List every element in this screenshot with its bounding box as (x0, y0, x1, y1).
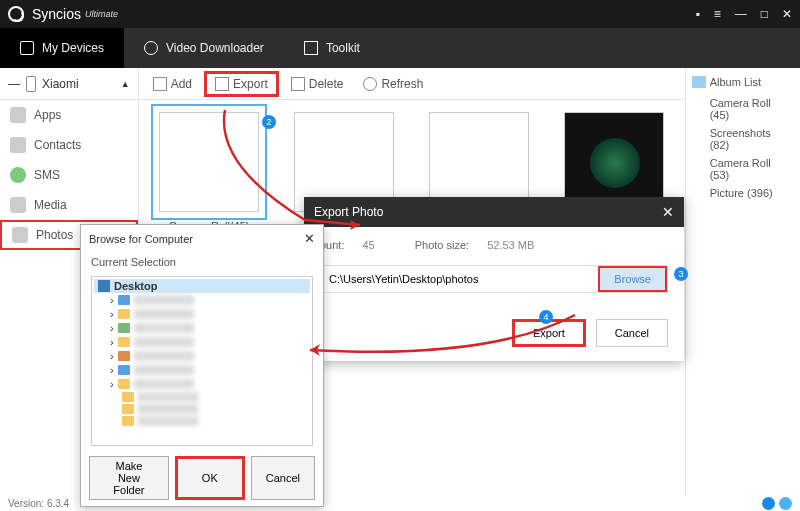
blurred-label (134, 365, 194, 375)
album-item[interactable]: Picture (396) (692, 184, 794, 202)
tree-item[interactable] (94, 415, 310, 427)
ok-button[interactable]: OK (175, 456, 245, 500)
folder-icon (118, 365, 130, 375)
device-name: Xiaomi (42, 77, 79, 91)
desktop-icon (98, 280, 110, 292)
phone-icon (26, 76, 36, 92)
delete-button[interactable]: Delete (283, 74, 352, 94)
folder-icon (122, 404, 134, 414)
folder-icon (118, 379, 130, 389)
export-cancel-button[interactable]: Cancel (596, 319, 668, 347)
folder-icon (122, 416, 134, 426)
chevron-up-icon[interactable]: ▲ (121, 79, 130, 89)
browse-button[interactable]: Browse (598, 266, 667, 292)
blurred-label (138, 416, 198, 426)
media-icon (10, 197, 26, 213)
sidebar-label: Apps (34, 108, 61, 122)
album-item[interactable]: Screenshots (82) (692, 124, 794, 154)
blurred-label (134, 309, 194, 319)
annotation-4: 4 (539, 310, 553, 324)
tree-item[interactable]: › (94, 335, 310, 349)
tree-item[interactable]: › (94, 377, 310, 391)
folder-icon (118, 295, 130, 305)
blurred-label (134, 351, 194, 361)
refresh-icon (363, 77, 377, 91)
sidebar-item-contacts[interactable]: Contacts (0, 130, 138, 160)
export-path-input[interactable] (321, 267, 598, 291)
sidebar-label: SMS (34, 168, 60, 182)
sidebar-label: Media (34, 198, 67, 212)
folder-icon (118, 337, 130, 347)
refresh-button[interactable]: Refresh (355, 74, 431, 94)
blurred-label (138, 404, 198, 414)
tree-item[interactable]: › (94, 321, 310, 335)
app-edition: Ultimate (85, 9, 118, 19)
nav-toolkit[interactable]: Toolkit (284, 28, 380, 68)
nav-video-downloader[interactable]: Video Downloader (124, 28, 284, 68)
folder-icon (118, 309, 130, 319)
panel-title: Album List (710, 76, 761, 88)
size-value: 52.53 MB (487, 239, 534, 251)
btn-label: Add (171, 77, 192, 91)
export-icon (215, 77, 229, 91)
navbar: My Devices Video Downloader Toolkit (0, 28, 800, 68)
sms-icon (10, 167, 26, 183)
dialog-title: Browse for Computer (89, 233, 193, 245)
tree-item[interactable]: › (94, 307, 310, 321)
app-logo-icon (8, 6, 24, 22)
close-icon[interactable]: ✕ (782, 7, 792, 21)
minimize-icon[interactable]: — (735, 7, 747, 21)
tree-item[interactable] (94, 391, 310, 403)
folder-icon (118, 351, 130, 361)
delete-icon (291, 77, 305, 91)
folder-icon (122, 392, 134, 402)
make-new-folder-button[interactable]: Make New Folder (89, 456, 169, 500)
version-label: Version: 6.3.4 (8, 498, 69, 509)
tree-item[interactable]: › (94, 363, 310, 377)
sidebar-item-sms[interactable]: SMS (0, 160, 138, 190)
folder-icon (118, 323, 130, 333)
count-value: 45 (362, 239, 374, 251)
nav-my-devices[interactable]: My Devices (0, 28, 124, 68)
sidebar-label: Photos (36, 228, 73, 242)
btn-label: Delete (309, 77, 344, 91)
size-label: Photo size: (415, 239, 469, 251)
toolbar: Add Export Delete Refresh (139, 68, 685, 100)
photos-icon (12, 227, 28, 243)
notification-icon[interactable]: ▪ (695, 7, 699, 21)
add-button[interactable]: Add (145, 74, 200, 94)
tree-label: Desktop (114, 280, 157, 292)
maximize-icon[interactable]: □ (761, 7, 768, 21)
album-thumb[interactable]: Camera Roll(45) (157, 112, 262, 232)
dialog-close-button[interactable]: ✕ (662, 204, 674, 220)
device-selector[interactable]: — Xiaomi ▲ (0, 68, 138, 100)
album-item[interactable]: Camera Roll (53) (692, 154, 794, 184)
tree-item[interactable]: Desktop (94, 279, 310, 293)
tree-item[interactable]: › (94, 349, 310, 363)
blurred-label (134, 379, 194, 389)
play-icon (144, 41, 158, 55)
nav-label: Toolkit (326, 41, 360, 55)
nav-label: My Devices (42, 41, 104, 55)
dialog-title: Export Photo (314, 205, 383, 219)
cancel-button[interactable]: Cancel (251, 456, 315, 500)
album-item[interactable]: Camera Roll (45) (692, 94, 794, 124)
add-icon (153, 77, 167, 91)
blurred-label (134, 295, 194, 305)
tree-item[interactable]: › (94, 293, 310, 307)
tree-item[interactable] (94, 403, 310, 415)
folder-tree[interactable]: Desktop › › › › › › › (91, 276, 313, 446)
dialog-close-button[interactable]: ✕ (304, 231, 315, 246)
sidebar-item-media[interactable]: Media (0, 190, 138, 220)
btn-label: Refresh (381, 77, 423, 91)
app-name: Syncios (32, 6, 81, 22)
facebook-icon[interactable] (762, 497, 775, 510)
menu-icon[interactable]: ≡ (714, 7, 721, 21)
blurred-label (138, 392, 198, 402)
album-icon (692, 76, 706, 88)
sidebar-item-apps[interactable]: Apps (0, 100, 138, 130)
twitter-icon[interactable] (779, 497, 792, 510)
annotation-2: 2 (262, 115, 276, 129)
export-button[interactable]: Export (204, 71, 279, 97)
blurred-label (134, 337, 194, 347)
